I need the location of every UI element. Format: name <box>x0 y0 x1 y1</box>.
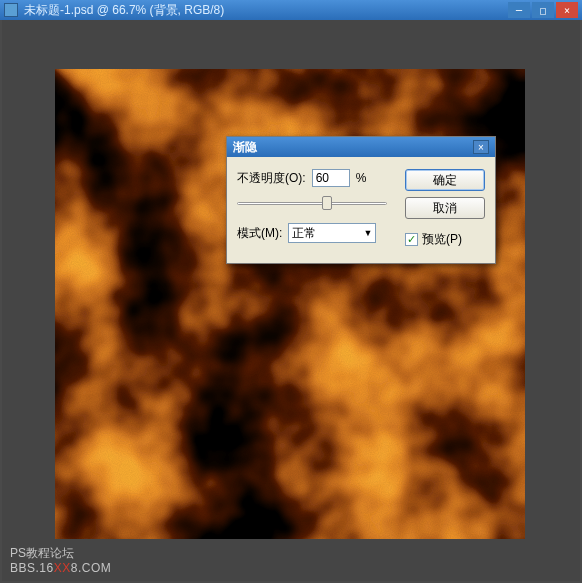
maximize-button[interactable]: □ <box>532 2 554 18</box>
dialog-titlebar[interactable]: 渐隐 × <box>227 137 495 157</box>
app-icon <box>4 3 18 17</box>
mode-row: 模式(M): 正常 ▼ <box>237 223 395 243</box>
mode-value: 正常 <box>292 225 316 242</box>
minimize-button[interactable]: ─ <box>508 2 530 18</box>
dialog-buttons: 确定 取消 ✓ 预览(P) <box>405 169 485 251</box>
ok-button[interactable]: 确定 <box>405 169 485 191</box>
watermark-line2: BBS.16XX8.COM <box>10 561 111 577</box>
dialog-body: 不透明度(O): % 模式(M): 正常 ▼ 确定 <box>227 157 495 263</box>
mode-label: 模式(M): <box>237 225 282 242</box>
mode-select[interactable]: 正常 ▼ <box>288 223 376 243</box>
fade-dialog: 渐隐 × 不透明度(O): % 模式(M): 正常 ▼ <box>226 136 496 264</box>
window-titlebar: 未标题-1.psd @ 66.7% (背景, RGB/8) ─ □ × <box>0 0 582 20</box>
watermark-line1: PS教程论坛 <box>10 546 111 562</box>
cancel-button[interactable]: 取消 <box>405 197 485 219</box>
window-controls: ─ □ × <box>508 2 578 18</box>
preview-checkbox[interactable]: ✓ <box>405 233 418 246</box>
preview-row: ✓ 预览(P) <box>405 231 485 248</box>
preview-label: 预览(P) <box>422 231 462 248</box>
opacity-row: 不透明度(O): % <box>237 169 395 187</box>
slider-track <box>237 202 387 205</box>
opacity-slider[interactable] <box>237 195 387 213</box>
watermark: PS教程论坛 BBS.16XX8.COM <box>10 546 111 577</box>
opacity-unit: % <box>356 171 367 185</box>
close-button[interactable]: × <box>556 2 578 18</box>
workspace: 渐隐 × 不透明度(O): % 模式(M): 正常 ▼ <box>2 20 580 581</box>
chevron-down-icon: ▼ <box>363 228 372 238</box>
opacity-label: 不透明度(O): <box>237 170 306 187</box>
window-title: 未标题-1.psd @ 66.7% (背景, RGB/8) <box>24 2 508 19</box>
dialog-title: 渐隐 <box>233 139 257 156</box>
dialog-controls: 不透明度(O): % 模式(M): 正常 ▼ <box>237 169 395 251</box>
opacity-input[interactable] <box>312 169 350 187</box>
dialog-close-button[interactable]: × <box>473 140 489 154</box>
slider-thumb[interactable] <box>322 196 332 210</box>
